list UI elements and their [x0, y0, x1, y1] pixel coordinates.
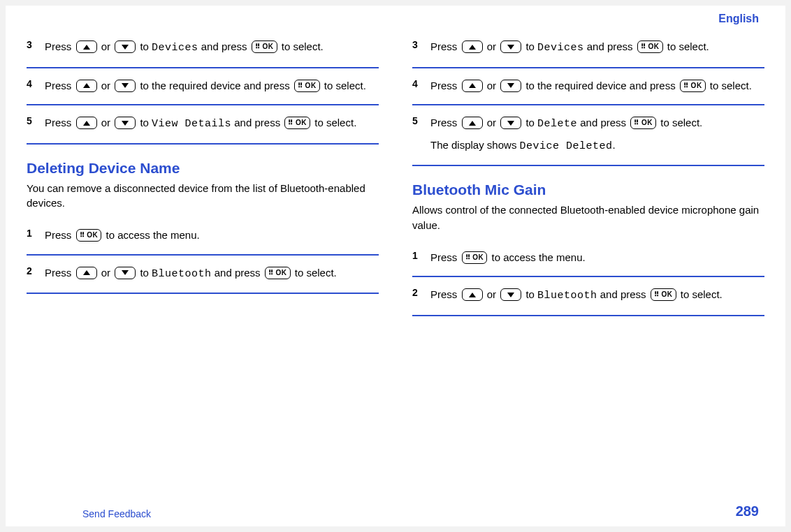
text: Press: [430, 80, 460, 91]
section-heading: Deleting Device Name: [27, 160, 379, 177]
text: to: [525, 117, 537, 128]
text: to select.: [667, 40, 709, 52]
step-item: 1 Press ⠿ OK to access the menu.: [412, 240, 764, 278]
up-button-icon: [462, 40, 483, 53]
menu-label: Devices: [537, 42, 584, 54]
language-header: English: [27, 13, 764, 29]
text: and press: [587, 40, 636, 52]
ok-button-icon: ⠿ OK: [630, 117, 656, 129]
step-body: Press or to Bluetooth and press ⠿ OK to …: [430, 286, 764, 308]
down-button-icon: [115, 117, 136, 129]
text: to access the menu.: [491, 251, 585, 263]
step-number: 5: [412, 114, 430, 158]
up-button-icon: [76, 80, 97, 92]
ok-button-icon: ⠿ OK: [651, 288, 676, 301]
text: to access the menu.: [106, 229, 199, 241]
text: Press: [45, 80, 75, 91]
text: or: [487, 288, 500, 300]
down-button-icon: [500, 117, 521, 129]
step-item: 3 Press or to Devices and press ⠿ OK to …: [412, 29, 764, 68]
text: to: [525, 40, 537, 52]
step-body: Press or to the required device and pres…: [45, 77, 379, 98]
step-item: 5 Press or to View Details and press ⠿ O…: [27, 105, 379, 145]
up-button-icon: [76, 117, 97, 129]
text: to select.: [681, 288, 723, 300]
step-body: Press or to Delete and press ⠿ OK to sel…: [430, 114, 764, 158]
text: Press: [430, 288, 460, 300]
text: or: [101, 80, 114, 91]
down-button-icon: [500, 80, 521, 92]
down-button-icon: [500, 40, 521, 53]
down-button-icon: [115, 80, 136, 92]
send-feedback-link[interactable]: Send Feedback: [82, 508, 151, 519]
menu-label: Bluetooth: [152, 268, 212, 280]
text: to the required device and press: [525, 80, 678, 91]
page-number: 289: [736, 503, 759, 519]
step-number: 3: [27, 38, 45, 60]
step-body: Press ⠿ OK to access the menu.: [45, 226, 379, 247]
text: .: [613, 139, 616, 151]
text: to select.: [324, 80, 366, 91]
text: Press: [430, 251, 460, 263]
step-item: 4 Press or to the required device and pr…: [27, 68, 379, 106]
step-item: 2 Press or to Bluetooth and press ⠿ OK t…: [27, 256, 379, 295]
down-button-icon: [500, 288, 521, 301]
text: and press: [580, 117, 629, 128]
menu-label: Delete: [537, 118, 577, 130]
step-item: 3 Press or to Devices and press ⠿ OK to …: [27, 29, 379, 68]
step-number: 4: [27, 77, 45, 98]
ok-button-icon: ⠿ OK: [462, 251, 488, 264]
up-button-icon: [76, 267, 97, 279]
section-intro: Allows control of the connected Bluetoot…: [412, 202, 764, 233]
up-button-icon: [76, 40, 97, 53]
up-button-icon: [462, 117, 483, 129]
text: Press: [430, 40, 460, 52]
step-body: Press or to Devices and press ⠿ OK to se…: [45, 38, 379, 60]
ok-button-icon: ⠿ OK: [252, 40, 277, 53]
menu-label: Devices: [152, 42, 198, 54]
step-number: 2: [412, 286, 430, 308]
ok-button-icon: ⠿ OK: [76, 229, 102, 242]
step-body: Press or to View Details and press ⠿ OK …: [45, 114, 379, 136]
document-page: English 3 Press or to Devices and press …: [6, 6, 785, 526]
text: or: [101, 267, 114, 279]
text: to: [140, 40, 152, 52]
text: and press: [215, 267, 263, 279]
step-body: Press or to Bluetooth and press ⠿ OK to …: [45, 264, 379, 286]
step-number: 1: [27, 226, 45, 247]
step-body: Press or to Devices and press ⠿ OK to se…: [430, 38, 764, 60]
step-number: 5: [27, 114, 45, 136]
page-footer: Send Feedback 289: [27, 494, 764, 526]
text: Press: [45, 267, 75, 279]
text: to: [140, 117, 152, 128]
step-number: 2: [27, 264, 45, 286]
text: Press: [45, 40, 75, 52]
two-column-layout: 3 Press or to Devices and press ⠿ OK to …: [27, 29, 764, 494]
text: to select.: [710, 80, 752, 91]
step-item: 4 Press or to the required device and pr…: [412, 68, 764, 106]
text: to: [140, 267, 152, 279]
menu-label: Device Deleted: [520, 140, 613, 152]
text: to select.: [282, 40, 324, 52]
step-number: 4: [412, 77, 430, 98]
left-column: 3 Press or to Devices and press ⠿ OK to …: [27, 29, 379, 494]
text: or: [101, 117, 114, 128]
text: Press: [45, 229, 75, 241]
text: or: [487, 40, 500, 52]
ok-button-icon: ⠿ OK: [680, 80, 706, 92]
menu-label: View Details: [152, 118, 231, 130]
up-button-icon: [462, 288, 483, 301]
text: or: [487, 80, 500, 91]
menu-label: Bluetooth: [537, 290, 597, 302]
down-button-icon: [115, 40, 136, 53]
section-heading: Bluetooth Mic Gain: [412, 182, 764, 198]
step-body: Press ⠿ OK to access the menu.: [430, 249, 764, 269]
text: The display shows: [430, 139, 520, 151]
text: Press: [45, 117, 75, 128]
text: and press: [600, 288, 649, 300]
right-column: 3 Press or to Devices and press ⠿ OK to …: [412, 29, 764, 494]
text: or: [487, 117, 500, 128]
ok-button-icon: ⠿ OK: [265, 267, 291, 279]
step-number: 1: [412, 249, 430, 269]
ok-button-icon: ⠿ OK: [637, 40, 663, 53]
